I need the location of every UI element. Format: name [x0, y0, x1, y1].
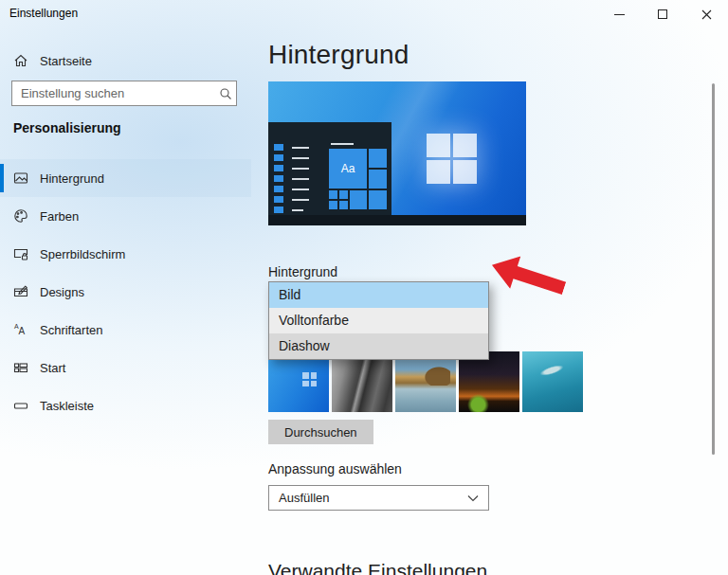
thumbnail-underwater-ocean[interactable]	[522, 351, 583, 412]
background-dropdown-label: Hintergrund	[268, 264, 337, 279]
selected-accent-bar	[0, 164, 4, 192]
window-controls	[597, 0, 728, 28]
taskbar-icon	[13, 398, 28, 413]
dropdown-option-diashow[interactable]: Diashow	[269, 333, 488, 359]
lockscreen-icon	[13, 246, 28, 261]
taskbar-preview	[268, 215, 526, 225]
sidebar-item-label: Schriftarten	[40, 323, 102, 337]
thumbnail-night-camping[interactable]	[459, 351, 519, 412]
sidebar-item-designs[interactable]: Designs	[0, 273, 251, 311]
sidebar-home-label: Startseite	[40, 54, 92, 68]
minimize-icon	[614, 14, 625, 15]
sidebar-item-sperrbildschirm[interactable]: Sperrbildschirm	[0, 235, 251, 273]
sidebar-item-label: Sperrbildschirm	[40, 247, 125, 261]
windows-logo	[427, 134, 477, 184]
sidebar-item-taskleiste[interactable]: Taskleiste	[0, 386, 251, 424]
start-layout-icon	[13, 360, 28, 375]
start-menu-preview: Aa	[268, 122, 391, 215]
settings-window: Einstellungen Startseite	[0, 0, 728, 575]
dropdown-option-volltonfarbe[interactable]: Volltonfarbe	[269, 308, 488, 333]
background-preview-image: Aa	[268, 81, 526, 225]
sidebar-item-home[interactable]: Startseite	[0, 42, 251, 80]
svg-text:A: A	[19, 326, 26, 336]
red-callout-arrow-icon	[486, 249, 569, 305]
dropdown-option-bild[interactable]: Bild	[269, 282, 488, 308]
chevron-down-icon	[467, 494, 479, 502]
sidebar: Startseite Personalisierung Hintergrund	[0, 30, 251, 575]
sidebar-item-label: Hintergrund	[40, 171, 104, 186]
sidebar-item-start[interactable]: Start	[0, 349, 251, 386]
preview-tile-aa: Aa	[329, 149, 367, 189]
settings-search	[11, 81, 237, 106]
search-input[interactable]	[12, 86, 215, 100]
fit-select-label: Anpassung auswählen	[268, 461, 402, 476]
related-settings-heading: Verwandte Einstellungen	[268, 560, 487, 575]
sidebar-item-hintergrund[interactable]: Hintergrund	[0, 159, 251, 197]
thumbnail-beach-rocks[interactable]	[395, 351, 456, 412]
home-icon	[13, 53, 28, 68]
close-icon	[701, 9, 712, 20]
sidebar-item-farben[interactable]: Farben	[0, 197, 251, 235]
picture-icon	[13, 171, 28, 186]
search-icon[interactable]	[215, 87, 236, 100]
fonts-icon: AA	[13, 322, 28, 337]
sidebar-item-schriftarten[interactable]: AA Schriftarten	[0, 311, 251, 349]
thumbnail-cliff-monochrome[interactable]	[332, 351, 392, 412]
thumbnail-windows-wallpaper[interactable]	[268, 351, 329, 412]
titlebar: Einstellungen	[0, 0, 728, 30]
app-list-preview	[274, 143, 309, 225]
fit-select[interactable]: Ausfüllen	[268, 485, 489, 511]
browse-button[interactable]: Durchsuchen	[268, 420, 373, 444]
background-type-dropdown: Bild Volltonfarbe Diashow	[268, 281, 489, 360]
fit-select-value: Ausfüllen	[269, 491, 467, 505]
tile-group-header	[331, 143, 354, 145]
sidebar-item-label: Farben	[40, 209, 79, 224]
close-button[interactable]	[684, 0, 728, 28]
vertical-scrollbar[interactable]	[712, 83, 715, 455]
maximize-icon	[658, 9, 667, 19]
sidebar-nav: Hintergrund Farben Sperrbildschirm	[0, 159, 251, 424]
page-title: Hintergrund	[268, 40, 410, 70]
window-title: Einstellungen	[9, 7, 78, 20]
maximize-button[interactable]	[641, 0, 684, 28]
sidebar-item-label: Taskleiste	[40, 399, 94, 413]
sidebar-item-label: Start	[40, 361, 65, 375]
sidebar-section-header: Personalisierung	[13, 120, 121, 135]
wallpaper-thumbnails	[268, 351, 583, 412]
minimize-button[interactable]	[597, 0, 641, 28]
sidebar-item-label: Designs	[40, 285, 84, 299]
palette-icon	[13, 208, 28, 224]
themes-icon	[13, 284, 28, 299]
